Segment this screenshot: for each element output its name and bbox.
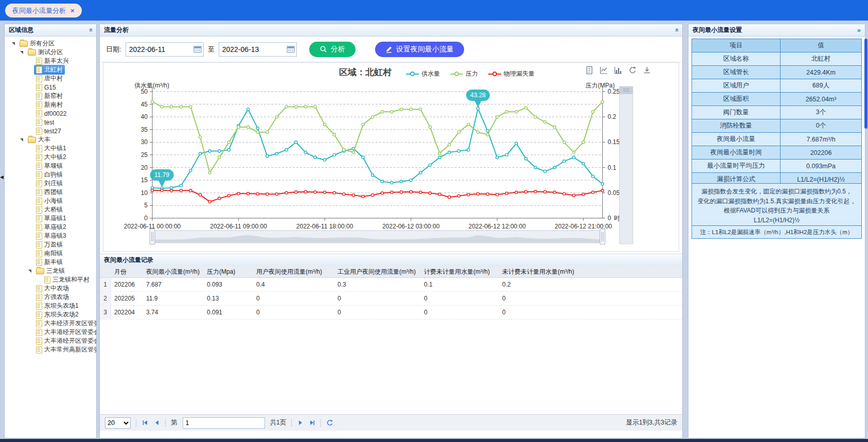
cell: 区域管长 <box>692 66 781 79</box>
page-number-input[interactable] <box>183 417 265 429</box>
tree-item[interactable]: 三龙镇和平村 <box>5 275 96 284</box>
tree-item[interactable]: 草庙镇3 <box>5 232 96 240</box>
date-from-input[interactable] <box>126 45 193 54</box>
column-header[interactable]: 用户夜间使用流量(m³/h) <box>253 268 334 276</box>
svg-text:2022-06-11 18:00:00: 2022-06-11 18:00:00 <box>296 223 353 230</box>
tree-item[interactable]: 草庙镇2 <box>5 223 96 232</box>
file-icon <box>36 241 42 249</box>
tree-item[interactable]: 草堰镇 <box>5 162 96 170</box>
datazoom-handle[interactable] <box>600 229 605 244</box>
to-label: 至 <box>208 45 215 54</box>
legend-item[interactable]: 物理漏失量 <box>488 69 535 78</box>
legend-label: 压力 <box>466 69 478 78</box>
tree-item-label: 草庙镇3 <box>44 232 66 240</box>
collapse-up-icon[interactable]: » <box>86 28 94 32</box>
tree-item[interactable]: 新南村 <box>5 100 96 109</box>
restore-icon[interactable] <box>628 66 637 75</box>
vertical-zoom-track[interactable] <box>619 86 633 244</box>
column-header[interactable]: 夜间最小流量(m³/h) <box>143 268 204 276</box>
tree-item[interactable]: 大丰港经开区管委会1 <box>5 328 96 337</box>
expand-arrow-icon[interactable] <box>20 138 26 142</box>
collapse-up-icon[interactable]: » <box>672 28 680 32</box>
tree-item[interactable]: 所有分区 <box>5 39 96 48</box>
tree-item[interactable]: 新窑村 <box>5 92 96 100</box>
last-page-button[interactable] <box>309 419 315 426</box>
analyze-button[interactable]: 分析 <box>309 42 356 57</box>
tree-item[interactable]: 刘庄镇 <box>5 179 96 188</box>
tree-item[interactable]: 东坝头农场1 <box>5 302 96 310</box>
legend-item[interactable]: 压力 <box>450 69 478 78</box>
records-title: 夜间最小流量记录 <box>104 256 153 264</box>
column-header[interactable]: 工业用户夜间使用流量(m³/h) <box>334 268 421 276</box>
file-icon <box>36 198 42 205</box>
svg-text:压力(MPa): 压力(MPa) <box>586 82 615 89</box>
tree-item[interactable]: 唐中村 <box>5 74 96 83</box>
legend-label: 物理漏失量 <box>504 69 535 78</box>
table-row[interactable]: 3 2022043.740.0910000 <box>100 306 682 320</box>
tree-item[interactable]: 大中镇2 <box>5 153 96 162</box>
tree-item[interactable]: test <box>5 118 96 127</box>
tree-item[interactable]: df00022 <box>5 109 96 118</box>
legend-marker-icon <box>488 74 501 75</box>
expand-arrow-icon[interactable] <box>28 270 34 273</box>
flow-chart[interactable]: 区域：北虹村 供水量 压力 物理漏失量 <box>103 62 679 252</box>
cell: 区域用户 <box>692 79 781 92</box>
datazoom-handle[interactable] <box>150 229 155 244</box>
tree-item[interactable]: 白驹镇 <box>5 170 96 179</box>
tree-item[interactable]: 大中镇1 <box>5 144 96 153</box>
tree-item[interactable]: test27 <box>5 127 96 135</box>
data-view-icon[interactable] <box>585 66 594 75</box>
line-chart-icon[interactable] <box>599 66 608 75</box>
first-page-button[interactable] <box>141 419 148 426</box>
column-header[interactable]: 月份 <box>111 268 143 276</box>
close-icon[interactable]: × <box>70 7 75 14</box>
collapse-right-icon[interactable]: » <box>857 26 861 34</box>
expand-arrow-icon[interactable] <box>20 51 26 54</box>
column-header[interactable]: 未计费未计量用水量(m³/h) <box>499 268 587 276</box>
date-to-input[interactable] <box>219 45 286 54</box>
table-row[interactable]: 2 20220511.90.130000 <box>100 292 682 306</box>
next-page-button[interactable] <box>297 419 304 426</box>
expand-arrow-icon[interactable] <box>12 42 17 45</box>
column-header[interactable]: 计费未计量用水量(m³/h) <box>421 268 499 276</box>
tree-item[interactable]: 三龙镇 <box>5 267 96 275</box>
prev-page-button[interactable] <box>153 419 160 426</box>
vertical-zoom-thumb[interactable] <box>619 86 633 94</box>
folder-icon <box>20 41 28 47</box>
tree-item[interactable]: 北虹村 <box>5 65 96 74</box>
bar-chart-icon[interactable] <box>614 66 623 75</box>
tree-item[interactable]: 草庙镇1 <box>5 214 96 223</box>
legend-item[interactable]: 供水量 <box>406 69 440 78</box>
tree-item[interactable]: 小海镇 <box>5 197 96 205</box>
tree-item[interactable]: 大桥镇 <box>5 205 96 214</box>
svg-text:0.05: 0.05 <box>608 189 620 197</box>
download-icon[interactable] <box>643 66 651 75</box>
tree-item[interactable]: 大丰常州高新区管委会 <box>5 345 96 354</box>
tree-item[interactable]: 大中农场 <box>5 284 96 293</box>
tree-item[interactable]: 新丰镇 <box>5 258 96 267</box>
page-size-select[interactable]: 20 <box>105 417 131 429</box>
tree-item[interactable]: G15 <box>5 83 96 92</box>
tree-item-label: 草庙镇2 <box>44 223 66 232</box>
calendar-icon[interactable] <box>287 45 295 53</box>
table-row[interactable]: 1 2022067.6870.0930.40.30.10.2 <box>100 278 682 292</box>
column-header[interactable]: 压力(Mpa) <box>204 268 253 276</box>
chart-canvas[interactable]: 0510152025303540455000.050.10.150.20.252… <box>103 80 679 250</box>
tree-item[interactable]: 东坝头农场2 <box>5 310 96 319</box>
svg-text:2022-06-12 03:00:00: 2022-06-12 03:00:00 <box>382 223 440 230</box>
tree-item[interactable]: 南阳镇 <box>5 249 96 258</box>
tree-item[interactable]: 大丰经济开发区管委会 <box>5 319 96 328</box>
scrollbar-thumb[interactable] <box>864 39 867 129</box>
tree-item[interactable]: 万盈镇 <box>5 240 96 249</box>
tree-item[interactable]: 新丰太兴 <box>5 57 96 65</box>
refresh-icon[interactable] <box>326 419 333 427</box>
legend-marker-icon <box>406 74 419 75</box>
tree-item[interactable]: 测试分区 <box>5 48 96 57</box>
tree-item[interactable]: 大丰港经开区管委会2 <box>5 337 96 345</box>
tree-item[interactable]: 方强农场 <box>5 293 96 302</box>
tree-item[interactable]: 西团镇 <box>5 188 96 197</box>
tree-item[interactable]: 大丰 <box>5 135 96 144</box>
calendar-icon[interactable] <box>193 45 202 53</box>
set-night-min-flow-button[interactable]: 设置夜间最小流量 <box>375 42 464 57</box>
tab-night-min-flow[interactable]: 夜间最小流量分析 × <box>5 4 82 17</box>
